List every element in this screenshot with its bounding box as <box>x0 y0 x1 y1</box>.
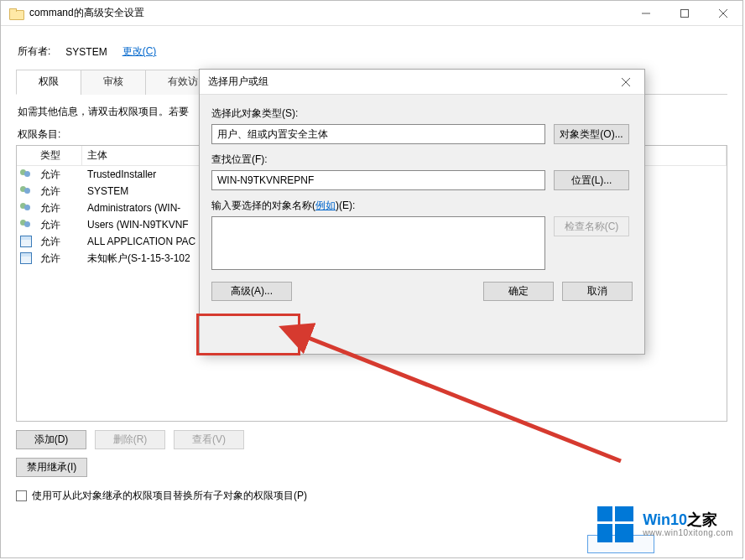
object-name-label: 输入要选择的对象名称(例如)(E): <box>211 199 633 213</box>
row-type: 允许 <box>35 251 82 266</box>
checkbox-icon[interactable] <box>16 490 27 501</box>
row-type: 允许 <box>35 201 82 215</box>
column-type[interactable]: 类型 <box>35 145 82 166</box>
add-button[interactable]: 添加(D) <box>16 430 86 449</box>
tab-permissions[interactable]: 权限 <box>16 70 81 95</box>
location-input[interactable] <box>211 170 545 190</box>
owner-label: 所有者: <box>18 44 50 59</box>
ok-button[interactable]: 确定 <box>483 282 554 301</box>
row-type: 允许 <box>35 235 82 249</box>
folder-icon <box>9 8 23 18</box>
main-titlebar[interactable]: command的高级安全设置 <box>1 1 742 26</box>
close-button[interactable] <box>704 1 742 26</box>
disable-inherit-button[interactable]: 禁用继承(I) <box>16 458 87 477</box>
row-type: 允许 <box>35 184 82 199</box>
users-icon <box>19 202 33 214</box>
owner-row: 所有者: SYSTEM 更改(C) <box>18 44 727 59</box>
buttons-row: 添加(D) 删除(R) 查看(V) <box>16 430 727 449</box>
object-type-input[interactable] <box>211 124 545 144</box>
watermark-brand: Win10之家 <box>643 512 733 529</box>
view-button[interactable]: 查看(V) <box>174 430 244 449</box>
check-names-button[interactable]: 检查名称(C) <box>554 216 629 236</box>
package-icon <box>20 252 32 264</box>
tab-audit-label: 审核 <box>103 75 123 87</box>
dialog-title: 选择用户或组 <box>208 75 268 89</box>
example-link[interactable]: 例如 <box>315 200 336 211</box>
object-type-label: 选择此对象类型(S): <box>211 106 633 121</box>
windows-logo-icon <box>597 506 634 543</box>
owner-value: SYSTEM <box>65 46 107 58</box>
row-type: 允许 <box>35 218 82 232</box>
tab-effective-label: 有效访 <box>168 75 198 87</box>
object-type-button[interactable]: 对象类型(O)... <box>554 124 629 144</box>
replace-children-checkbox-row[interactable]: 使用可从此对象继承的权限项目替换所有子对象的权限项目(P) <box>16 489 727 503</box>
main-window-title: command的高级安全设置 <box>29 6 144 20</box>
object-name-input[interactable] <box>211 216 545 270</box>
change-owner-link[interactable]: 更改(C) <box>122 44 157 59</box>
select-user-dialog: 选择用户或组 选择此对象类型(S): 对象类型(O)... 查找位置(F): 位… <box>199 69 645 355</box>
cancel-button[interactable]: 取消 <box>562 282 633 301</box>
dialog-body: 选择此对象类型(S): 对象类型(O)... 查找位置(F): 位置(L)...… <box>200 95 644 311</box>
package-icon <box>20 236 32 247</box>
window-controls <box>627 1 742 26</box>
row-type: 允许 <box>35 168 82 182</box>
users-icon <box>19 219 33 231</box>
watermark-url: www.win10xitong.com <box>643 528 733 537</box>
location-label: 查找位置(F): <box>211 153 633 167</box>
replace-children-label: 使用可从此对象继承的权限项目替换所有子对象的权限项目(P) <box>32 489 307 503</box>
maximize-button[interactable] <box>665 1 704 26</box>
users-icon <box>19 185 33 197</box>
dialog-titlebar[interactable]: 选择用户或组 <box>200 70 644 95</box>
watermark: Win10之家 www.win10xitong.com <box>597 506 733 543</box>
minimize-button[interactable] <box>627 1 665 26</box>
dialog-footer: 高级(A)... 确定 取消 <box>211 282 633 301</box>
tab-permissions-label: 权限 <box>39 75 59 87</box>
location-button[interactable]: 位置(L)... <box>554 170 629 190</box>
svg-rect-1 <box>681 10 689 18</box>
remove-button[interactable]: 删除(R) <box>95 430 165 449</box>
dialog-close-button[interactable] <box>607 70 644 94</box>
users-icon <box>19 169 33 180</box>
advanced-button[interactable]: 高级(A)... <box>211 282 292 301</box>
tab-audit[interactable]: 审核 <box>81 70 146 95</box>
